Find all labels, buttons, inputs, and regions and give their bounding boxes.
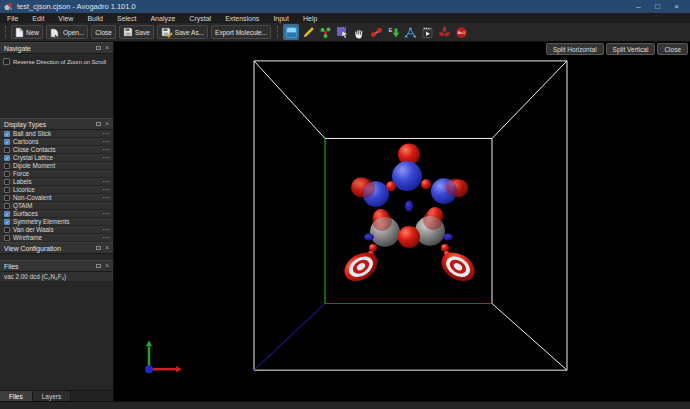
animation-tool[interactable] (419, 24, 435, 40)
menu-select[interactable]: Select (110, 15, 143, 22)
checkbox-surfaces[interactable]: ✓ (4, 211, 10, 217)
close-window-button[interactable]: × (667, 0, 686, 13)
save-as-button[interactable]: Save As... (157, 25, 208, 39)
minimize-button[interactable]: – (629, 0, 648, 13)
open-button[interactable]: Open... (46, 25, 88, 39)
display-type-row-symmetry-elements[interactable]: ✓Symmetry Elements (0, 218, 113, 226)
save-button[interactable]: Save (119, 25, 154, 39)
label-tool[interactable]: Aa1 (453, 24, 469, 40)
save-label: Save (135, 29, 150, 36)
split-horizontal-button[interactable]: Split Horizontal (546, 43, 604, 55)
options-button-van-der-waals[interactable]: ⋯ (102, 228, 109, 231)
close-panel-icon[interactable]: × (105, 45, 109, 51)
options-button-wireframe[interactable]: ⋯ (102, 236, 109, 239)
selection-tool[interactable] (334, 24, 350, 40)
checkbox-force[interactable] (4, 171, 10, 177)
display-type-row-force[interactable]: Force (0, 170, 113, 178)
display-type-row-surfaces[interactable]: ✓Surfaces⋯ (0, 210, 113, 218)
menu-edit[interactable]: Edit (25, 15, 51, 22)
bond-centric-tool[interactable] (317, 24, 333, 40)
toolbar: NewOpen...CloseSaveSave As...Export Mole… (0, 23, 690, 42)
bottom-tabs: FilesLayers (0, 390, 113, 401)
close-panel-icon[interactable]: × (105, 121, 109, 127)
menu-build[interactable]: Build (80, 15, 110, 22)
display-type-row-van-der-waals[interactable]: Van der Waals⋯ (0, 226, 113, 234)
export-molecule-button[interactable]: Export Molecule... (211, 25, 271, 39)
checkbox-cartoons[interactable]: ✓ (4, 139, 10, 145)
reverse-zoom-checkbox[interactable] (3, 58, 10, 65)
float-panel-icon[interactable] (96, 46, 101, 50)
display-type-row-crystal-lattice[interactable]: ✓Crystal Lattice⋯ (0, 154, 113, 162)
menu-crystal[interactable]: Crystal (182, 15, 218, 22)
menu-help[interactable]: Help (296, 15, 324, 22)
3d-viewport[interactable]: Split HorizontalSplit VerticalClose (114, 42, 690, 401)
display-type-row-labels[interactable]: Labels⋯ (0, 178, 113, 186)
draw-tool[interactable] (300, 24, 316, 40)
display-type-label: QTAIM (13, 202, 32, 209)
split-vertical-button[interactable]: Split Vertical (606, 43, 656, 55)
float-panel-icon[interactable] (96, 246, 101, 250)
toolbar-grip[interactable] (277, 26, 280, 38)
navigate-panel-header: Navigate × (0, 42, 113, 54)
checkbox-wireframe[interactable] (4, 235, 10, 241)
navigate-tool[interactable] (283, 24, 299, 40)
app-icon (4, 2, 13, 11)
float-panel-icon[interactable] (96, 264, 101, 268)
menu-analyze[interactable]: Analyze (143, 15, 182, 22)
options-button-licorice[interactable]: ⋯ (102, 188, 109, 191)
close-view-button[interactable]: Close (657, 43, 688, 55)
checkbox-crystal-lattice[interactable]: ✓ (4, 155, 10, 161)
menu-file[interactable]: File (0, 15, 25, 22)
display-type-row-non-covalent[interactable]: Non-Covalent⋯ (0, 194, 113, 202)
template-tool[interactable] (402, 24, 418, 40)
display-type-row-wireframe[interactable]: Wireframe⋯ (0, 234, 113, 242)
menu-view[interactable]: View (51, 15, 80, 22)
reverse-zoom-row: Reverse Direction of Zoom on Scroll (0, 54, 113, 69)
view-configuration-panel-title: View Configuration (4, 245, 61, 252)
options-button-labels[interactable]: ⋯ (102, 180, 109, 183)
display-type-label: Surfaces (13, 210, 38, 217)
display-type-row-dipole-moment[interactable]: Dipole Moment (0, 162, 113, 170)
checkbox-non-covalent[interactable] (4, 195, 10, 201)
close-panel-icon[interactable]: × (105, 263, 109, 269)
new-label: New (26, 29, 39, 36)
display-type-row-cartoons[interactable]: ✓Cartoons⋯ (0, 138, 113, 146)
navigate-panel-body: Reverse Direction of Zoom on Scroll (0, 54, 113, 118)
display-type-row-close-contacts[interactable]: Close Contacts⋯ (0, 146, 113, 154)
checkbox-dipole-moment[interactable] (4, 163, 10, 169)
new-button[interactable]: New (11, 25, 43, 39)
checkbox-qtaim[interactable] (4, 203, 10, 209)
menu-input[interactable]: Input (266, 15, 296, 22)
options-button-non-covalent[interactable]: ⋯ (102, 196, 109, 199)
tab-files[interactable]: Files (0, 391, 33, 401)
crystal-tool[interactable] (436, 24, 452, 40)
tab-layers[interactable]: Layers (33, 391, 72, 401)
checkbox-labels[interactable] (4, 179, 10, 185)
align-tool[interactable]: E (385, 24, 401, 40)
checkbox-licorice[interactable] (4, 187, 10, 193)
checkbox-symmetry-elements[interactable]: ✓ (4, 219, 10, 225)
options-button-close-contacts[interactable]: ⋯ (102, 148, 109, 151)
display-type-label: Van der Waals (13, 226, 54, 233)
checkbox-close-contacts[interactable] (4, 147, 10, 153)
file-entry[interactable]: vac 2.00 dcd (C₂N₄F₄) (0, 272, 113, 282)
display-type-row-ball-and-stick[interactable]: ✓Ball and Stick⋯ (0, 130, 113, 138)
menu-extensions[interactable]: Extensions (218, 15, 266, 22)
checkbox-ball-and-stick[interactable]: ✓ (4, 131, 10, 137)
display-type-row-licorice[interactable]: Licorice⋯ (0, 186, 113, 194)
toolbar-grip[interactable] (5, 26, 8, 38)
float-panel-icon[interactable] (96, 122, 101, 126)
3d-scene[interactable] (114, 42, 690, 401)
options-button-crystal-lattice[interactable]: ⋯ (102, 156, 109, 159)
options-button-cartoons[interactable]: ⋯ (102, 140, 109, 143)
checkbox-van-der-waals[interactable] (4, 227, 10, 233)
options-button-ball-and-stick[interactable]: ⋯ (102, 132, 109, 135)
display-type-row-qtaim[interactable]: QTAIM (0, 202, 113, 210)
manipulate-tool[interactable] (351, 24, 367, 40)
measure-tool[interactable] (368, 24, 384, 40)
crystal-lattice-cube (254, 61, 567, 370)
close-file-button[interactable]: Close (91, 25, 116, 39)
options-button-surfaces[interactable]: ⋯ (102, 212, 109, 215)
maximize-button[interactable]: □ (648, 0, 667, 13)
close-panel-icon[interactable]: × (105, 245, 109, 251)
